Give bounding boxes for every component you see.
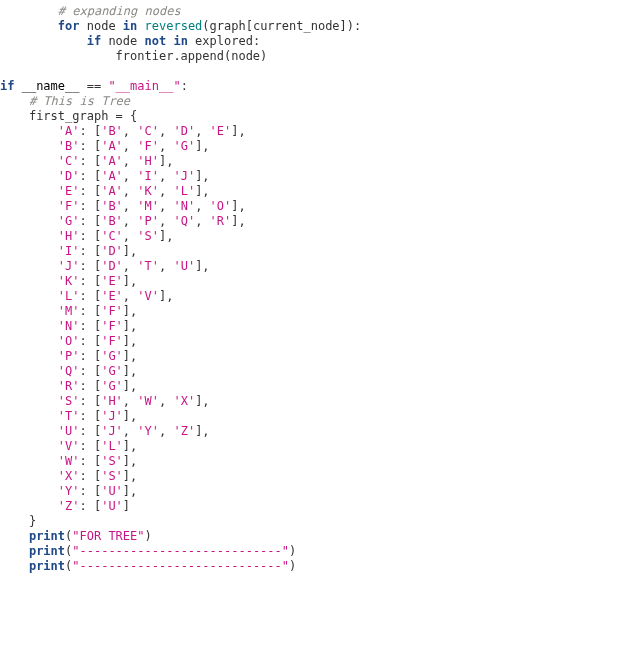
name-dunder: __name__ bbox=[22, 79, 80, 93]
code-line: print("----------------------------") bbox=[0, 544, 296, 558]
code-block: # expanding nodes for node in reversed(g… bbox=[0, 0, 626, 574]
code-line: 'L': ['E', 'V'], bbox=[0, 289, 173, 303]
code-line: 'S': ['H', 'W', 'X'], bbox=[0, 394, 210, 408]
code-line: 'W': ['S'], bbox=[0, 454, 137, 468]
builtin-reversed: reversed bbox=[145, 19, 203, 33]
code-line: 'J': ['D', 'T', 'U'], bbox=[0, 259, 210, 273]
code-line: for node in reversed(graph[current_node]… bbox=[0, 19, 361, 33]
code-line: first_graph = { bbox=[0, 109, 137, 123]
code-line: 'I': ['D'], bbox=[0, 244, 137, 258]
code-line: 'H': ['C', 'S'], bbox=[0, 229, 173, 243]
code-line: 'R': ['G'], bbox=[0, 379, 137, 393]
keyword-not: not bbox=[145, 34, 167, 48]
code-line: 'D': ['A', 'I', 'J'], bbox=[0, 169, 210, 183]
builtin-print: print bbox=[29, 544, 65, 558]
code-line: if node not in explored: bbox=[0, 34, 260, 48]
code-line: 'A': ['B', 'C', 'D', 'E'], bbox=[0, 124, 246, 138]
code-line: 'X': ['S'], bbox=[0, 469, 137, 483]
code-line: 'Q': ['G'], bbox=[0, 364, 137, 378]
code-line: 'M': ['F'], bbox=[0, 304, 137, 318]
comment: # This is Tree bbox=[29, 94, 130, 108]
string: "----------------------------" bbox=[72, 544, 289, 558]
code-line: if __name__ == "__main__": bbox=[0, 79, 188, 93]
comment: # expanding nodes bbox=[58, 4, 181, 18]
string: "__main__" bbox=[108, 79, 180, 93]
keyword-in: in bbox=[173, 34, 187, 48]
string: "FOR TREE" bbox=[72, 529, 144, 543]
code-line: # This is Tree bbox=[0, 94, 130, 108]
code-line: 'Y': ['U'], bbox=[0, 484, 137, 498]
keyword-for: for bbox=[58, 19, 80, 33]
code-line: 'E': ['A', 'K', 'L'], bbox=[0, 184, 210, 198]
code-line: } bbox=[0, 514, 36, 528]
code-line: 'N': ['F'], bbox=[0, 319, 137, 333]
code-line: # expanding nodes bbox=[0, 4, 181, 18]
code-line: 'P': ['G'], bbox=[0, 349, 137, 363]
code-line: frontier.append(node) bbox=[0, 49, 267, 63]
code-line: 'Z': ['U'] bbox=[0, 499, 130, 513]
code-line: 'F': ['B', 'M', 'N', 'O'], bbox=[0, 199, 246, 213]
string: "----------------------------" bbox=[72, 559, 289, 573]
keyword-in: in bbox=[123, 19, 137, 33]
code-line: 'O': ['F'], bbox=[0, 334, 137, 348]
code-line: 'G': ['B', 'P', 'Q', 'R'], bbox=[0, 214, 246, 228]
code-line: print("----------------------------") bbox=[0, 559, 296, 573]
code-line: print("FOR TREE") bbox=[0, 529, 152, 543]
code-line: 'C': ['A', 'H'], bbox=[0, 154, 173, 168]
code-line: 'U': ['J', 'Y', 'Z'], bbox=[0, 424, 210, 438]
keyword-if: if bbox=[87, 34, 101, 48]
code-line: 'V': ['L'], bbox=[0, 439, 137, 453]
builtin-print: print bbox=[29, 529, 65, 543]
builtin-print: print bbox=[29, 559, 65, 573]
code-line: 'T': ['J'], bbox=[0, 409, 137, 423]
keyword-if: if bbox=[0, 79, 14, 93]
code-line: 'K': ['E'], bbox=[0, 274, 137, 288]
code-line: 'B': ['A', 'F', 'G'], bbox=[0, 139, 210, 153]
